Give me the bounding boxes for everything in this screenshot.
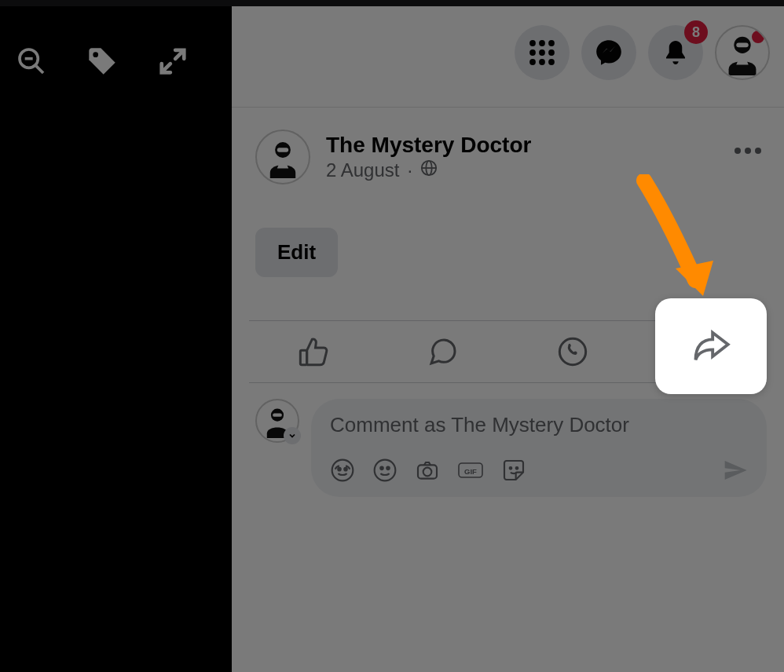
whatsapp-button[interactable] [508, 321, 638, 382]
top-strip [0, 0, 784, 6]
photo-toolbar [0, 6, 232, 77]
share-icon [691, 326, 731, 367]
chevron-down-icon[interactable] [284, 427, 301, 444]
svg-rect-27 [301, 350, 307, 364]
camera-icon[interactable] [415, 458, 440, 486]
comment-tools: GIF [330, 458, 748, 486]
share-highlight[interactable] [655, 298, 767, 394]
svg-point-8 [548, 40, 555, 46]
menu-grid-button[interactable] [515, 25, 570, 80]
post-author-avatar[interactable] [255, 130, 310, 184]
notifications-button[interactable]: 8 [648, 25, 703, 80]
svg-point-9 [529, 49, 536, 56]
svg-rect-20 [277, 148, 288, 152]
post-meta: The Mystery Doctor 2 August · [326, 133, 531, 181]
svg-rect-17 [736, 42, 748, 47]
like-button[interactable] [249, 321, 379, 382]
post-date[interactable]: 2 August [326, 159, 399, 181]
svg-line-5 [163, 64, 170, 71]
dot-separator: · [407, 159, 412, 181]
svg-point-7 [539, 40, 545, 46]
svg-point-25 [745, 148, 751, 154]
svg-point-6 [529, 40, 536, 46]
comment-input[interactable]: Comment as The Mystery Doctor [311, 399, 767, 497]
svg-point-24 [735, 148, 741, 154]
header-actions: 8 [515, 25, 770, 80]
comment-placeholder: Comment as The Mystery Doctor [330, 413, 748, 437]
photo-viewer-panel [0, 6, 232, 672]
svg-point-36 [380, 467, 383, 469]
svg-point-39 [423, 468, 432, 477]
svg-point-10 [539, 49, 545, 56]
svg-point-33 [338, 468, 340, 470]
edit-button[interactable]: Edit [255, 228, 338, 277]
expand-icon[interactable] [157, 46, 189, 77]
svg-point-14 [548, 59, 555, 65]
svg-point-13 [539, 59, 545, 65]
svg-point-35 [375, 460, 396, 481]
post-header: The Mystery Doctor 2 August · [232, 130, 784, 184]
tag-icon[interactable] [86, 46, 118, 77]
post-author-name[interactable]: The Mystery Doctor [326, 133, 531, 158]
svg-rect-31 [273, 413, 282, 416]
svg-point-12 [529, 59, 536, 65]
globe-icon[interactable] [420, 159, 438, 181]
comment-avatar[interactable] [255, 399, 299, 443]
svg-point-26 [755, 148, 761, 154]
svg-point-34 [344, 468, 346, 470]
svg-text:GIF: GIF [464, 467, 477, 476]
comment-row: Comment as The Mystery Doctor [232, 383, 784, 497]
svg-point-42 [510, 467, 512, 469]
post-menu-button[interactable] [734, 144, 762, 158]
svg-point-11 [548, 49, 555, 56]
svg-point-43 [516, 467, 518, 469]
comment-button[interactable] [379, 321, 508, 382]
profile-avatar-button[interactable] [715, 25, 770, 80]
messenger-button[interactable] [581, 25, 636, 80]
send-button[interactable] [723, 458, 748, 486]
notification-badge: 8 [684, 20, 708, 44]
zoom-out-icon[interactable] [16, 46, 47, 77]
svg-line-1 [36, 66, 43, 73]
svg-line-4 [175, 51, 183, 59]
avatar-status-dot [749, 28, 767, 46]
post-date-row: 2 August · [326, 159, 531, 181]
svg-point-32 [332, 460, 354, 481]
avatar-emoji-icon[interactable] [330, 458, 355, 486]
sticker-icon[interactable] [501, 458, 526, 486]
gif-icon[interactable]: GIF [457, 458, 484, 486]
svg-point-37 [387, 467, 389, 469]
svg-point-3 [93, 52, 98, 57]
smile-icon[interactable] [372, 458, 397, 486]
